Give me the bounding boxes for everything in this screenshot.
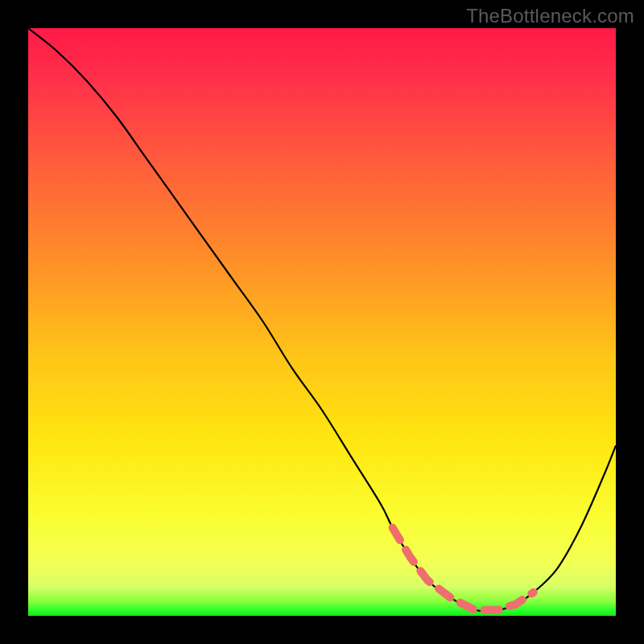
watermark-text: TheBottleneck.com	[466, 5, 634, 27]
minimum-band	[393, 528, 534, 610]
plot-area	[28, 28, 616, 616]
curve-svg	[28, 28, 616, 616]
bottleneck-curve	[28, 28, 616, 611]
chart-frame: TheBottleneck.com	[0, 0, 644, 644]
